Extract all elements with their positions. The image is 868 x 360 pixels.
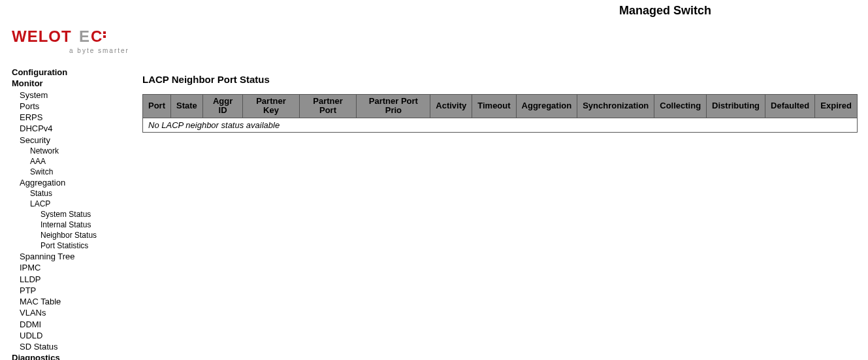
col-activity: Activity <box>430 95 472 118</box>
sidebar-item-mac-table[interactable]: MAC Table <box>12 297 142 307</box>
sidebar-item-monitor[interactable]: Monitor <box>12 78 142 89</box>
sidebar-item-security[interactable]: Security <box>12 135 142 146</box>
svg-text:E: E <box>79 27 90 45</box>
sidebar-item-spanning-tree[interactable]: Spanning Tree <box>12 252 142 262</box>
sidebar-sub-agg-status[interactable]: Status <box>12 189 142 199</box>
sidebar-sub-switch[interactable]: Switch <box>12 167 142 177</box>
col-distributing: Distributing <box>707 95 765 118</box>
svg-rect-3 <box>103 31 106 34</box>
col-aggr-id: Aggr ID <box>202 95 243 118</box>
sidebar-sub2-system-status[interactable]: System Status <box>12 210 142 220</box>
sidebar-item-configuration[interactable]: Configuration <box>12 67 142 78</box>
sidebar-item-ipmc[interactable]: IPMC <box>12 263 142 273</box>
sidebar-sub-network[interactable]: Network <box>12 146 142 156</box>
sidebar-item-vlans[interactable]: VLANs <box>12 308 142 318</box>
svg-text:C: C <box>91 27 103 45</box>
sidebar-item-sd-status[interactable]: SD Status <box>12 342 142 352</box>
sidebar-sub2-port-statistics[interactable]: Port Statistics <box>12 241 142 251</box>
col-port: Port <box>143 95 171 118</box>
sidebar-item-erps[interactable]: ERPS <box>12 112 142 123</box>
lacp-neighbor-table: Port State Aggr ID Partner Key Partner P… <box>142 94 858 133</box>
col-timeout: Timeout <box>472 95 516 118</box>
col-state: State <box>171 95 203 118</box>
table-empty-row: No LACP neighbor status available <box>143 118 858 132</box>
brand-logo: WELOT E C a byte smarter <box>0 18 868 54</box>
sidebar-item-ddmi[interactable]: DDMI <box>12 319 142 330</box>
svg-rect-4 <box>103 35 106 38</box>
brand-tagline: a byte smarter <box>69 47 868 54</box>
svg-text:WELOT: WELOT <box>12 27 72 45</box>
table-empty-message: No LACP neighbor status available <box>143 118 858 132</box>
col-defaulted: Defaulted <box>765 95 815 118</box>
sidebar-item-ports[interactable]: Ports <box>12 101 142 112</box>
sidebar-item-diagnostics[interactable]: Diagnostics <box>12 353 142 360</box>
col-aggregation: Aggregation <box>516 95 577 118</box>
sidebar-item-lldp[interactable]: LLDP <box>12 274 142 285</box>
col-synchronization: Synchronization <box>577 95 654 118</box>
col-collecting: Collecting <box>654 95 707 118</box>
sidebar-sub-lacp[interactable]: LACP <box>12 199 142 209</box>
col-expired: Expired <box>815 95 858 118</box>
sidebar-item-dhcpv4[interactable]: DHCPv4 <box>12 123 142 134</box>
sidebar-item-udld[interactable]: UDLD <box>12 331 142 341</box>
sidebar: Configuration Monitor System Ports ERPS … <box>0 54 142 360</box>
sidebar-item-aggregation[interactable]: Aggregation <box>12 178 142 188</box>
page-title: LACP Neighbor Port Status <box>142 74 858 85</box>
sidebar-sub2-internal-status[interactable]: Internal Status <box>12 220 142 230</box>
app-title: Managed Switch <box>619 4 711 18</box>
sidebar-item-ptp[interactable]: PTP <box>12 286 142 296</box>
table-header-row: Port State Aggr ID Partner Key Partner P… <box>143 95 858 118</box>
col-partner-key: Partner Key <box>243 95 299 118</box>
sidebar-item-system[interactable]: System <box>12 90 142 101</box>
main-content: LACP Neighbor Port Status Port State Agg… <box>142 54 868 133</box>
sidebar-sub-aaa[interactable]: AAA <box>12 157 142 167</box>
col-partner-port-prio: Partner Port Prio <box>357 95 430 118</box>
sidebar-sub2-neighbor-status[interactable]: Neighbor Status <box>12 231 142 240</box>
col-partner-port: Partner Port <box>299 95 357 118</box>
